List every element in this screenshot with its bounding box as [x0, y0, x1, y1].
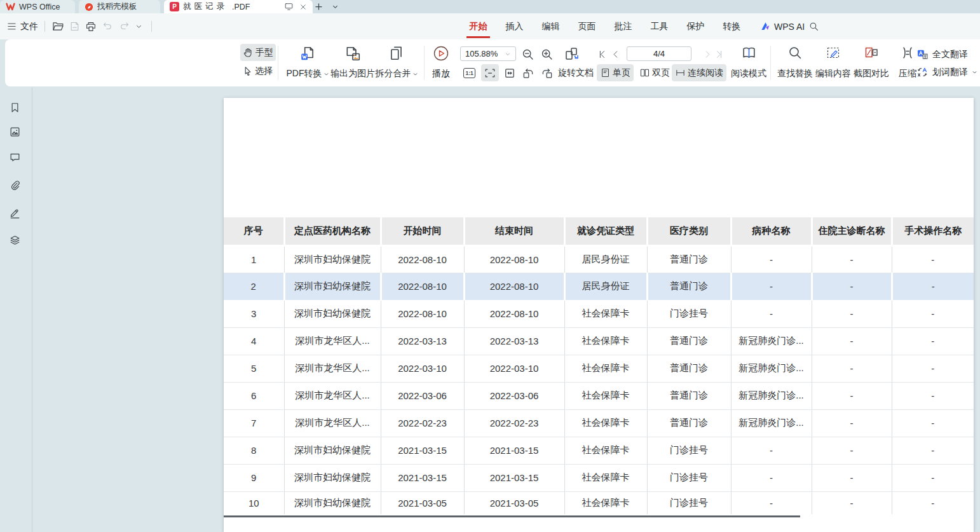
table-cell: 5 — [224, 355, 284, 382]
rotate-doc-button[interactable]: 旋转文档 — [555, 64, 596, 81]
table-cell: 普通门诊 — [647, 382, 731, 409]
play-button[interactable]: 播放 — [426, 43, 456, 83]
undo-icon[interactable] — [99, 18, 116, 35]
table-row: 6深圳市龙华区人...2022-03-062022-03-06社会保障卡普通门诊… — [224, 382, 974, 409]
table-cell: - — [812, 273, 892, 300]
page-indicator-input[interactable]: 4/4 — [627, 46, 691, 61]
tab-wps-office[interactable]: WPS Office — [0, 0, 75, 13]
split-merge-icon — [388, 45, 405, 62]
open-file-button[interactable] — [50, 18, 66, 35]
undo-redo-chevron-icon[interactable] — [132, 18, 145, 35]
table-cell: 2022-08-10 — [381, 273, 464, 300]
zoom-in-button[interactable] — [539, 46, 554, 62]
table-row: 10深圳市妇幼保健院2021-03-052021-03-05社会保障卡门诊挂号-… — [224, 491, 974, 514]
menu-search-button[interactable] — [808, 13, 819, 39]
actual-size-button[interactable]: 1:1 — [461, 64, 477, 81]
table-cell: 深圳市龙华区人... — [284, 382, 381, 409]
tab-home[interactable]: 开始 — [460, 13, 496, 39]
full-translate-button[interactable]: 全文翻译 — [916, 48, 968, 60]
export-image-button[interactable]: 输出为图片 — [329, 43, 377, 83]
zoom-out-button[interactable] — [520, 46, 535, 62]
split-merge-button[interactable]: 拆分合并 — [374, 43, 419, 83]
tab-page[interactable]: 页面 — [569, 13, 605, 39]
bookmark-tool-icon[interactable] — [7, 100, 22, 115]
table-header-cell: 开始时间 — [381, 217, 464, 245]
word-translate-button[interactable]: 划词翻译 — [916, 66, 977, 78]
layers-tool-icon[interactable] — [7, 232, 22, 247]
hand-tool-button[interactable]: 手型 — [240, 44, 276, 61]
tab-comment[interactable]: 批注 — [605, 13, 641, 39]
table-cell: 普通门诊 — [647, 273, 731, 300]
table-cell: 2021-03-05 — [464, 491, 564, 514]
table-cell: 2022-03-10 — [464, 355, 564, 382]
table-cell: 3 — [224, 300, 284, 327]
print-button[interactable] — [83, 18, 99, 35]
rotate-left-button[interactable] — [519, 64, 537, 81]
table-header-cell: 病种名称 — [731, 217, 812, 245]
zoom-level-select[interactable]: 105.88% — [460, 46, 516, 61]
table-cell: - — [892, 409, 974, 437]
table-cell: 社会保障卡 — [564, 437, 647, 464]
play-icon — [433, 45, 449, 62]
next-page-button[interactable] — [702, 48, 713, 60]
tab-convert[interactable]: 转换 — [714, 13, 750, 39]
fit-page-icon — [503, 67, 516, 79]
comment-tool-icon[interactable] — [7, 149, 22, 165]
tab-list-chevron-icon[interactable] — [329, 0, 341, 13]
table-cell: 2021-03-15 — [464, 464, 564, 491]
table-cell: - — [731, 273, 812, 300]
tab-docer-templates[interactable]: 找稻壳模板 — [79, 0, 160, 13]
pdf-convert-button[interactable]: PDF转换 — [285, 43, 330, 83]
tab-protect[interactable]: 保护 — [677, 13, 714, 39]
first-page-button[interactable] — [595, 48, 608, 60]
continuous-read-button[interactable]: 连续阅读 — [672, 64, 726, 81]
select-tool-button[interactable]: 选择 — [240, 62, 275, 79]
annotate-tool-icon[interactable] — [7, 205, 22, 220]
rotate-right-button[interactable] — [538, 64, 556, 81]
wps-ai-button[interactable]: WPS AI — [760, 13, 805, 39]
save-button[interactable] — [66, 18, 83, 35]
redo-icon[interactable] — [116, 18, 132, 35]
fit-width-button[interactable] — [481, 64, 499, 81]
doc-tab-title-ext: .PDF — [232, 3, 250, 11]
table-cell: 2022-03-13 — [381, 327, 464, 355]
table-cell: 社会保障卡 — [564, 409, 647, 437]
table-cell: 普通门诊 — [647, 355, 731, 382]
table-row: 9深圳市妇幼保健院2021-03-152021-03-15社会保障卡门诊挂号--… — [224, 464, 974, 491]
table-cell: 7 — [224, 409, 284, 437]
table-cell: 深圳市龙华区人... — [284, 355, 381, 382]
pdf-convert-icon — [299, 45, 316, 62]
word-translate-icon — [916, 66, 929, 78]
table-cell: 深圳市妇幼保健院 — [284, 437, 381, 464]
table-cell: 新冠肺炎门诊... — [731, 355, 812, 382]
ribbon-toolbar: 手型 选择 PDF转换 输出为图片 拆分合并 播放 105.88% — [5, 39, 980, 86]
table-cell: 普通门诊 — [647, 327, 731, 355]
swap-pages-icon[interactable] — [563, 45, 581, 63]
fit-page-button[interactable] — [501, 64, 519, 81]
table-cell: - — [731, 491, 812, 514]
table-row: 5深圳市龙华区人...2022-03-102022-03-10社会保障卡普通门诊… — [224, 355, 974, 382]
single-page-button[interactable]: 单页 — [597, 64, 634, 81]
edit-content-button[interactable]: 编辑内容 — [813, 43, 853, 83]
read-mode-button[interactable]: 阅读模式 — [728, 43, 769, 83]
file-menu-button[interactable]: 文件 — [5, 21, 40, 32]
attachment-tool-icon[interactable] — [7, 177, 22, 193]
tab-edit[interactable]: 编辑 — [533, 13, 569, 39]
screenshot-compare-button[interactable]: 截图对比 — [852, 43, 891, 83]
table-cell: 2022-08-10 — [381, 300, 464, 327]
table-cell: 新冠肺炎门诊... — [731, 409, 812, 437]
table-cell: 深圳市龙华区人... — [284, 327, 381, 355]
prev-page-button[interactable] — [610, 48, 622, 60]
thumbnail-tool-icon[interactable] — [7, 124, 22, 139]
double-page-icon — [639, 67, 650, 78]
close-tab-icon[interactable] — [299, 3, 307, 11]
table-cell: 2021-03-15 — [464, 437, 564, 464]
present-mode-icon[interactable] — [284, 3, 294, 11]
new-tab-button[interactable] — [311, 0, 325, 13]
find-replace-button[interactable]: 查找替换 — [775, 43, 815, 83]
table-cell: - — [892, 464, 974, 491]
tab-tools[interactable]: 工具 — [641, 13, 677, 39]
last-page-button[interactable] — [712, 48, 725, 60]
tab-insert[interactable]: 插入 — [496, 13, 533, 39]
tab-document-active[interactable]: P 就医记录.PDF — [164, 0, 313, 13]
